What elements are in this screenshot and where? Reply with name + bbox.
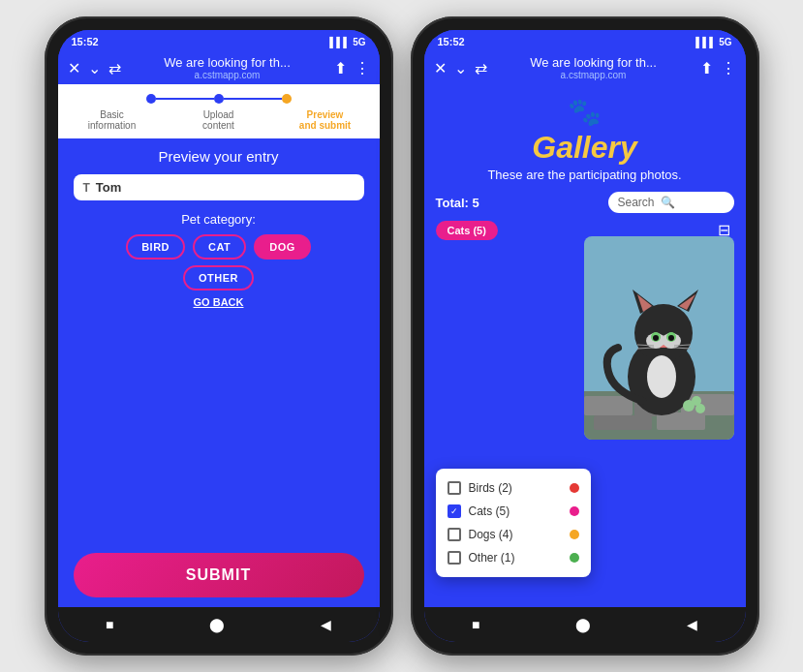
stepper-labels: Basicinformation Uploadcontent Previewan… xyxy=(74,109,364,131)
gallery-toolbar: Total: 5 Search 🔍 xyxy=(424,192,746,221)
stepper-dot-3 xyxy=(282,94,292,104)
other-color-dot xyxy=(570,553,579,563)
more-icon-left[interactable]: ⋮ xyxy=(355,59,370,77)
bird-button[interactable]: BIRD xyxy=(126,234,185,260)
close-icon-left[interactable]: ✕ xyxy=(68,59,80,77)
bottom-nav-right: ■ ⬤ ◀ xyxy=(424,607,746,642)
search-placeholder: Search xyxy=(618,196,655,209)
category-buttons-row2: OTHER xyxy=(74,265,364,290)
chevron-down-icon-right[interactable]: ⌄ xyxy=(454,59,467,77)
svg-point-18 xyxy=(653,335,659,341)
stepper-dot-1 xyxy=(146,94,156,104)
birds-color-dot xyxy=(570,483,579,493)
nav-subtitle-right: a.cstmapp.com xyxy=(495,70,693,80)
filter-item-birds[interactable]: Birds (2) xyxy=(436,476,591,500)
back-icon-left[interactable]: ◀ xyxy=(321,617,331,632)
svg-point-8 xyxy=(634,304,693,362)
other-label: Other (1) xyxy=(469,551,515,565)
filter-item-cats[interactable]: ✓ Cats (5) xyxy=(436,500,591,523)
stepper-label-2: Uploadcontent xyxy=(180,109,258,131)
gallery-title: Gallery xyxy=(436,130,734,166)
chevron-down-icon-left[interactable]: ⌄ xyxy=(88,59,101,77)
time-left: 15:52 xyxy=(72,36,99,47)
stepper-section: Basicinformation Uploadcontent Previewan… xyxy=(58,84,380,138)
left-phone: 15:52 ▌▌▌ 5G ✕ ⌄ ⇄ We are looking for th… xyxy=(45,16,393,656)
stepper-line-2 xyxy=(224,98,282,100)
more-icon-right[interactable]: ⋮ xyxy=(721,59,736,77)
stepper-label-1: Basicinformation xyxy=(74,109,151,131)
filter-item-dogs[interactable]: Dogs (4) xyxy=(436,523,591,546)
cat-button[interactable]: CAT xyxy=(193,234,246,260)
checkbox-cats[interactable]: ✓ xyxy=(448,504,461,518)
name-type-icon: T xyxy=(83,181,90,195)
signal-icons-right: ▌▌▌ 5G xyxy=(695,37,731,47)
stepper-label-3: Previewand submit xyxy=(287,109,364,131)
back-icon-right[interactable]: ◀ xyxy=(687,617,697,632)
cat-svg xyxy=(584,236,734,440)
preview-name-row: T Tom xyxy=(74,174,364,200)
svg-rect-2 xyxy=(584,396,633,415)
content-area-left: Preview your entry T Tom Pet category: B… xyxy=(58,138,380,553)
gallery-total: Total: 5 xyxy=(436,196,479,210)
gallery-cat-image xyxy=(584,236,734,440)
nav-title-right: We are looking for th... xyxy=(495,55,693,70)
go-back-link[interactable]: GO BACK xyxy=(74,296,364,308)
stepper-dot-2 xyxy=(214,94,224,104)
gallery-subtitle: These are the participating photos. xyxy=(436,168,734,182)
nav-subtitle-left: a.cstmapp.com xyxy=(129,70,326,80)
stepper-line-1 xyxy=(156,98,214,100)
close-icon-right[interactable]: ✕ xyxy=(434,59,447,77)
preview-title: Preview your entry xyxy=(74,148,364,165)
nav-bar-right: ✕ ⌄ ⇄ We are looking for th... a.cstmapp… xyxy=(424,51,746,84)
share-icon-left[interactable]: ⬆ xyxy=(334,59,347,77)
square-icon-right[interactable]: ■ xyxy=(472,617,479,632)
nav-title-group-right: We are looking for th... a.cstmapp.com xyxy=(495,55,693,80)
birds-label: Birds (2) xyxy=(469,481,512,495)
svg-point-27 xyxy=(695,404,705,413)
checkbox-birds[interactable] xyxy=(448,481,461,495)
search-icon: 🔍 xyxy=(661,196,675,209)
nav-title-group-left: We are looking for th... a.cstmapp.com xyxy=(129,55,326,80)
phone-screen-right: 15:52 ▌▌▌ 5G ✕ ⌄ ⇄ We are looking for th… xyxy=(424,30,746,642)
filter-item-other[interactable]: Other (1) xyxy=(436,546,591,569)
right-phone: 15:52 ▌▌▌ 5G ✕ ⌄ ⇄ We are looking for th… xyxy=(411,16,759,656)
category-buttons: BIRD CAT DOG xyxy=(74,234,364,260)
nav-title-left: We are looking for th... xyxy=(129,55,326,70)
signal-icons-left: ▌▌▌ 5G xyxy=(329,37,365,47)
phone-screen-left: 15:52 ▌▌▌ 5G ✕ ⌄ ⇄ We are looking for th… xyxy=(58,30,380,642)
switch-icon-right[interactable]: ⇄ xyxy=(475,59,487,77)
dogs-label: Dogs (4) xyxy=(469,528,513,541)
svg-point-13 xyxy=(647,355,676,398)
share-icon-right[interactable]: ⬆ xyxy=(700,59,713,77)
nav-bar-left: ✕ ⌄ ⇄ We are looking for th... a.cstmapp… xyxy=(58,51,380,84)
dogs-color-dot xyxy=(570,530,579,539)
dog-button[interactable]: DOG xyxy=(254,234,311,260)
square-icon-left[interactable]: ■ xyxy=(106,617,113,632)
status-bar-left: 15:52 ▌▌▌ 5G xyxy=(58,30,380,51)
svg-rect-5 xyxy=(594,415,652,430)
stepper-dots xyxy=(74,94,364,104)
circle-icon-right[interactable]: ⬤ xyxy=(575,617,591,632)
preview-card: T Tom xyxy=(74,174,364,200)
other-button[interactable]: OTHER xyxy=(183,265,254,290)
pet-name-text: Tom xyxy=(96,180,121,195)
active-filter-chip[interactable]: Cats (5) xyxy=(436,221,498,240)
category-label: Pet category: xyxy=(74,212,364,227)
time-right: 15:52 xyxy=(438,36,465,47)
search-box[interactable]: Search 🔍 xyxy=(608,192,734,213)
switch-icon-left[interactable]: ⇄ xyxy=(108,59,121,77)
checkbox-other[interactable] xyxy=(448,551,461,565)
circle-icon-left[interactable]: ⬤ xyxy=(209,617,225,632)
svg-point-19 xyxy=(668,335,674,341)
gallery-header: 🐾 Gallery These are the participating ph… xyxy=(424,84,746,192)
status-bar-right: 15:52 ▌▌▌ 5G xyxy=(424,30,746,51)
submit-button[interactable]: SUBMIT xyxy=(74,553,364,597)
filter-dropdown: Birds (2) ✓ Cats (5) Dogs (4) xyxy=(436,469,591,577)
cats-label: Cats (5) xyxy=(469,504,510,518)
paw-icon: 🐾 xyxy=(436,88,734,128)
cats-color-dot xyxy=(570,506,579,516)
checkbox-dogs[interactable] xyxy=(448,528,461,541)
bottom-nav-left: ■ ⬤ ◀ xyxy=(58,607,380,642)
